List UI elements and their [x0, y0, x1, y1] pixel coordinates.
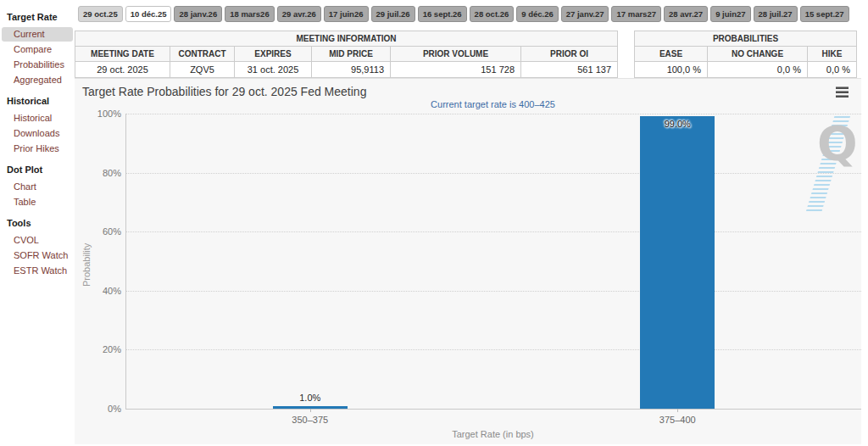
probabilities-table-title: PROBABILITIES [635, 31, 857, 47]
bar-chart-plot-area: 0%20%40%60%80%100%1.0%350–37599.0%375–40… [125, 114, 861, 410]
sidebar-section-dot-plot: Dot PlotChartTable [0, 158, 75, 209]
y-tick-label-80: 80% [86, 168, 121, 178]
tab-28-juil-27[interactable]: 28 juil.27 [754, 6, 798, 22]
sidebar-section-header: Target Rate [0, 5, 75, 26]
meeting_info-value-prior-volume: 151 728 [391, 62, 521, 78]
probabilities-value-hike: 0,0 % [808, 62, 857, 78]
y-tick-label-0: 0% [86, 404, 121, 414]
tab-10-d-c-25[interactable]: 10 déc.25 [125, 6, 172, 22]
sidebar-item-probabilities[interactable]: Probabilities [2, 58, 73, 72]
meeting_info-column-header-row: MEETING DATECONTRACTEXPIRESMID PRICEPRIO… [75, 47, 618, 62]
x-tick-mark-375-400 [677, 409, 678, 412]
meeting_info-col-prior-oi: PRIOR OI [521, 47, 618, 62]
sidebar-item-current[interactable]: Current [2, 27, 73, 42]
probabilities-col-hike: HIKE [808, 47, 857, 62]
sidebar-item-compare[interactable]: Compare [2, 42, 73, 57]
chart-menu-button[interactable] [834, 85, 850, 101]
probabilities-table: PROBABILITIESEASENO CHANGEHIKE100,0 %0,0… [634, 31, 857, 78]
sidebar-section-header: Historical [0, 89, 75, 110]
meeting_info-value-expires: 31 oct. 2025 [235, 62, 312, 78]
tab-28-janv-26[interactable]: 28 janv.26 [174, 6, 222, 22]
chart-title: Target Rate Probabilities for 29 oct. 20… [82, 85, 366, 98]
tab-17-juin26[interactable]: 17 juin26 [324, 6, 369, 22]
tab-15-sept-27[interactable]: 15 sept.27 [800, 6, 849, 22]
x-tick-mark-350-375 [310, 409, 311, 412]
tab-9-d-c-26[interactable]: 9 déc.26 [516, 6, 559, 22]
sidebar-section-header: Tools [0, 211, 75, 232]
meeting_info-col-contract: CONTRACT [170, 47, 235, 62]
probabilities-col-ease: EASE [635, 47, 708, 62]
meeting_info-col-prior-volume: PRIOR VOLUME [391, 47, 521, 62]
probabilities-column-header-row: EASENO CHANGEHIKE [635, 47, 857, 62]
bar-375-400[interactable] [640, 116, 715, 409]
x-tick-label-375-400: 375–400 [626, 415, 728, 425]
meeting_info-value-prior-oi: 561 137 [521, 62, 618, 78]
meeting-date-tabbar: 29 oct.2510 déc.2528 janv.2618 mars2629 … [78, 6, 866, 22]
tab-28-oct-26[interactable]: 28 oct.26 [470, 6, 515, 22]
probabilities-col-no-change: NO CHANGE [708, 47, 808, 62]
sidebar-section-tools: ToolsCVOLSOFR WatchESTR Watch [0, 211, 75, 278]
meeting_info-value-meeting-date: 29 oct. 2025 [75, 62, 170, 78]
meeting_info-group-header-row: MEETING INFORMATION [75, 31, 618, 47]
meeting_info-col-meeting-date: MEETING DATE [75, 47, 170, 62]
sidebar-item-estr-watch[interactable]: ESTR Watch [2, 264, 73, 278]
y-axis-title: Probability [81, 243, 92, 287]
sidebar-item-chart[interactable]: Chart [2, 180, 73, 194]
meeting_info-value-row: 29 oct. 2025ZQV531 oct. 202595,9113151 7… [75, 62, 618, 78]
gridline-60 [126, 231, 861, 232]
tab-18-mars26[interactable]: 18 mars26 [225, 6, 274, 22]
gridline-100 [126, 114, 861, 114]
bar-value-label-350-375: 1.0% [259, 393, 361, 403]
meeting_info-value-mid-price: 95,9113 [312, 62, 391, 78]
sidebar-item-table[interactable]: Table [2, 195, 73, 209]
tab-28-avr-27[interactable]: 28 avr.27 [664, 6, 708, 22]
chart-panel: Target Rate Probabilities for 29 oct. 20… [75, 78, 861, 444]
y-tick-label-20: 20% [86, 344, 121, 354]
sidebar: Target RateCurrentCompareProbabilitiesAg… [0, 0, 75, 280]
tab-17-mars27[interactable]: 17 mars27 [611, 6, 660, 22]
gridline-40 [126, 291, 861, 292]
tab-9-juin27[interactable]: 9 juin27 [710, 6, 750, 22]
sidebar-section-header: Dot Plot [0, 158, 75, 179]
meeting_info-col-expires: EXPIRES [235, 47, 312, 62]
hamburger-icon [836, 86, 849, 98]
bar-value-label-375-400: 99.0% [626, 119, 728, 129]
x-tick-label-350-375: 350–375 [259, 415, 361, 425]
y-tick-label-100: 100% [86, 109, 121, 119]
tab-29-avr-26[interactable]: 29 avr.26 [277, 6, 321, 22]
tab-27-janv-27[interactable]: 27 janv.27 [561, 6, 609, 22]
meeting_info-value-contract: ZQV5 [170, 62, 235, 78]
gridline-80 [126, 173, 861, 174]
sidebar-section-historical: HistoricalHistoricalDownloadsPrior Hikes [0, 89, 75, 156]
sidebar-item-aggregated[interactable]: Aggregated [2, 73, 73, 87]
chart-subtitle: Current target rate is 400–425 [125, 99, 860, 109]
sidebar-item-downloads[interactable]: Downloads [2, 126, 73, 141]
tab-29-oct-25[interactable]: 29 oct.25 [78, 6, 123, 22]
sidebar-item-cvol[interactable]: CVOL [2, 233, 73, 248]
tab-16-sept-26[interactable]: 16 sept.26 [418, 6, 467, 22]
probabilities-value-ease: 100,0 % [635, 62, 708, 78]
sidebar-item-historical[interactable]: Historical [2, 111, 73, 125]
meeting-info-table: MEETING INFORMATIONMEETING DATECONTRACTE… [75, 31, 618, 78]
probabilities-value-no-change: 0,0 % [708, 62, 808, 78]
y-tick-label-40: 40% [86, 286, 121, 296]
sidebar-item-prior-hikes[interactable]: Prior Hikes [2, 142, 73, 156]
meeting_info-col-mid-price: MID PRICE [312, 47, 391, 62]
sidebar-section-target-rate: Target RateCurrentCompareProbabilitiesAg… [0, 5, 75, 87]
tab-29-juil-26[interactable]: 29 juil.26 [371, 6, 415, 22]
meeting_info-table-title: MEETING INFORMATION [75, 31, 618, 47]
y-tick-label-60: 60% [86, 226, 121, 237]
sidebar-item-sofr-watch[interactable]: SOFR Watch [2, 248, 73, 263]
x-axis-title: Target Rate (in bps) [125, 429, 860, 439]
probabilities-group-header-row: PROBABILITIES [635, 31, 857, 47]
probabilities-value-row: 100,0 %0,0 %0,0 % [635, 62, 857, 78]
gridline-20 [126, 349, 861, 350]
